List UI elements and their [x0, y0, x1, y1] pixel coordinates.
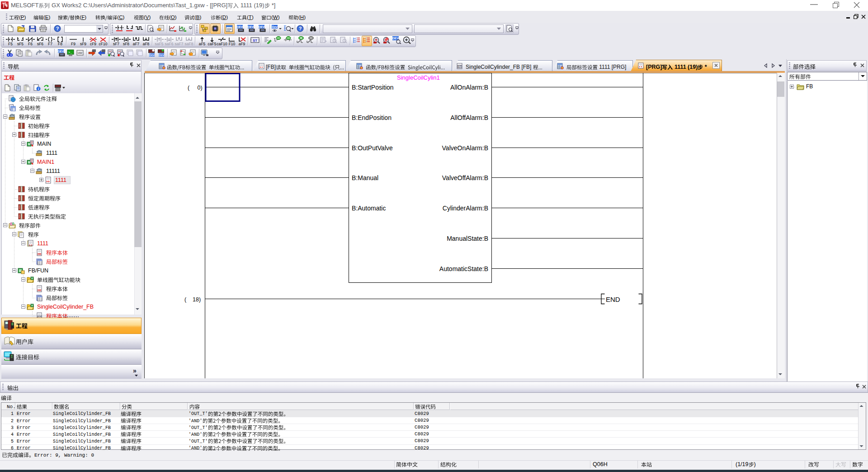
svg-text:DEV: DEV — [237, 25, 243, 29]
svg-text:ST: ST — [458, 65, 462, 68]
svg-text:Dev: Dev — [159, 53, 164, 57]
svg-text:DEV: DEV — [248, 25, 254, 29]
svg-text:Dev: Dev — [272, 25, 278, 29]
svg-text:DEV: DEV — [58, 50, 64, 53]
svg-text:HW: HW — [78, 52, 82, 54]
svg-text:DEV: DEV — [392, 37, 399, 40]
svg-text:Dev: Dev — [149, 53, 155, 57]
svg-text:>_: >_ — [68, 51, 72, 54]
svg-text:ST: ST — [253, 38, 257, 43]
svg-text:?: ? — [56, 26, 59, 31]
svg-text:?: ? — [299, 26, 302, 31]
svg-text:DEV: DEV — [259, 25, 265, 29]
